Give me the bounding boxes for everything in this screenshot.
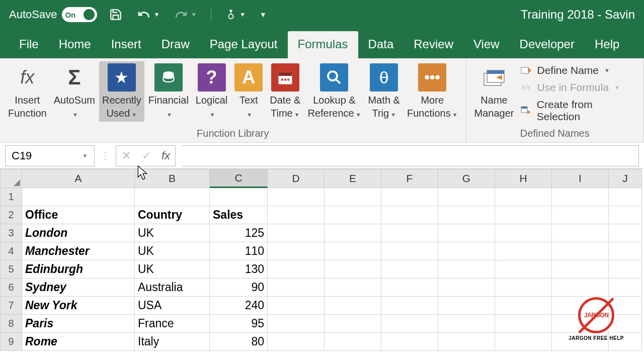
enter-icon[interactable]: ✓: [136, 146, 156, 166]
financial-button[interactable]: Financial▼: [145, 61, 192, 122]
cell-c7[interactable]: 240: [210, 297, 268, 315]
col-header-d[interactable]: D: [268, 169, 325, 188]
cell-c3[interactable]: 125: [210, 224, 268, 242]
cell-i1[interactable]: [552, 188, 609, 206]
cell-g5[interactable]: [438, 260, 495, 279]
cell-c1[interactable]: [210, 188, 268, 206]
col-header-e[interactable]: E: [325, 169, 381, 188]
create-from-selection-button[interactable]: Create from Selection: [518, 98, 638, 124]
cell-e1[interactable]: [325, 188, 381, 206]
cell-g6[interactable]: [438, 279, 495, 297]
cell-b9[interactable]: Italy: [135, 333, 210, 351]
fx-icon[interactable]: fx: [156, 149, 175, 162]
formula-input[interactable]: [182, 145, 639, 166]
cell-h3[interactable]: [495, 224, 552, 242]
cell-g4[interactable]: [438, 242, 495, 260]
cell-i3[interactable]: [552, 224, 609, 242]
cell-a9[interactable]: Rome: [22, 333, 135, 351]
col-header-j[interactable]: J: [609, 169, 642, 188]
cell-e9[interactable]: [325, 333, 381, 351]
cell-g3[interactable]: [438, 224, 495, 242]
cell-g1[interactable]: [438, 188, 495, 206]
tab-help[interactable]: Help: [585, 31, 629, 58]
cell-e4[interactable]: [325, 242, 381, 260]
row-header-2[interactable]: 2: [0, 206, 22, 224]
cell-c2[interactable]: Sales: [210, 206, 268, 224]
autosum-button[interactable]: Σ AutoSum▼: [51, 61, 98, 122]
tab-insert[interactable]: Insert: [101, 31, 151, 58]
cell-j2[interactable]: [609, 206, 642, 224]
cell-e6[interactable]: [325, 279, 381, 297]
cell-i5[interactable]: [552, 260, 609, 279]
cell-e5[interactable]: [325, 260, 381, 279]
cell-d7[interactable]: [268, 297, 325, 315]
autosave-toggle[interactable]: On: [62, 7, 97, 22]
tab-review[interactable]: Review: [404, 31, 463, 58]
cell-a5[interactable]: Edinburgh: [22, 260, 135, 279]
cell-a7[interactable]: New York: [22, 297, 135, 315]
cell-c5[interactable]: 130: [210, 260, 268, 279]
cell-d8[interactable]: [268, 315, 325, 333]
row-header-1[interactable]: 1: [0, 188, 22, 206]
use-in-formula-button[interactable]: fx Use in Formula ▼: [518, 80, 638, 95]
col-header-f[interactable]: F: [381, 169, 438, 188]
cell-i2[interactable]: [552, 206, 609, 224]
cell-e7[interactable]: [325, 297, 381, 315]
cell-g8[interactable]: [438, 315, 495, 333]
name-box[interactable]: C19 ▼: [5, 145, 95, 166]
cell-h8[interactable]: [495, 315, 552, 333]
cell-b1[interactable]: [135, 188, 210, 206]
cell-a6[interactable]: Sydney: [22, 279, 135, 297]
row-header-3[interactable]: 3: [0, 224, 22, 242]
cell-h7[interactable]: [495, 297, 552, 315]
cell-f8[interactable]: [381, 315, 438, 333]
tab-view[interactable]: View: [463, 31, 510, 58]
cell-c9[interactable]: 80: [210, 333, 268, 351]
customize-qat-icon[interactable]: ▼: [260, 11, 267, 19]
row-header-6[interactable]: 6: [0, 279, 22, 297]
col-header-a[interactable]: A: [22, 169, 135, 188]
cell-j4[interactable]: [609, 242, 642, 260]
undo-icon[interactable]: ▼: [136, 8, 159, 21]
cell-a8[interactable]: Paris: [22, 315, 135, 333]
redo-icon[interactable]: ▼: [174, 8, 197, 21]
row-header-5[interactable]: 5: [0, 260, 22, 279]
cell-g7[interactable]: [438, 297, 495, 315]
col-header-g[interactable]: G: [438, 169, 495, 188]
cell-e2[interactable]: [325, 206, 381, 224]
insert-function-button[interactable]: fx Insert Function: [5, 61, 50, 122]
tab-page-layout[interactable]: Page Layout: [200, 31, 288, 58]
cell-d6[interactable]: [268, 279, 325, 297]
cell-a4[interactable]: Manchester: [22, 242, 135, 260]
cell-b8[interactable]: France: [135, 315, 210, 333]
cell-i4[interactable]: [552, 242, 609, 260]
cell-f3[interactable]: [381, 224, 438, 242]
cell-b5[interactable]: UK: [135, 260, 210, 279]
cell-b4[interactable]: UK: [135, 242, 210, 260]
cell-e3[interactable]: [325, 224, 381, 242]
row-header-7[interactable]: 7: [0, 297, 22, 315]
cell-c8[interactable]: 95: [210, 315, 268, 333]
cell-d2[interactable]: [268, 206, 325, 224]
cell-e8[interactable]: [325, 315, 381, 333]
cell-a3[interactable]: London: [22, 224, 135, 242]
cell-d5[interactable]: [268, 260, 325, 279]
cell-d1[interactable]: [268, 188, 325, 206]
col-header-i[interactable]: I: [552, 169, 609, 188]
cell-h9[interactable]: [495, 333, 552, 351]
cell-f1[interactable]: [381, 188, 438, 206]
cell-j5[interactable]: [609, 260, 642, 279]
select-all-corner[interactable]: [0, 169, 22, 188]
cell-b3[interactable]: UK: [135, 224, 210, 242]
cell-f9[interactable]: [381, 333, 438, 351]
tab-draw[interactable]: Draw: [151, 31, 200, 58]
cell-b6[interactable]: Australia: [135, 279, 210, 297]
date-time-button[interactable]: Date & Time▼: [267, 61, 303, 122]
col-header-h[interactable]: H: [495, 169, 552, 188]
math-trig-button[interactable]: θ Math & Trig▼: [365, 61, 403, 122]
cell-h5[interactable]: [495, 260, 552, 279]
logical-button[interactable]: ? Logical▼: [193, 61, 230, 122]
cell-i6[interactable]: [552, 279, 609, 297]
row-header-4[interactable]: 4: [0, 242, 22, 260]
cell-d4[interactable]: [268, 242, 325, 260]
